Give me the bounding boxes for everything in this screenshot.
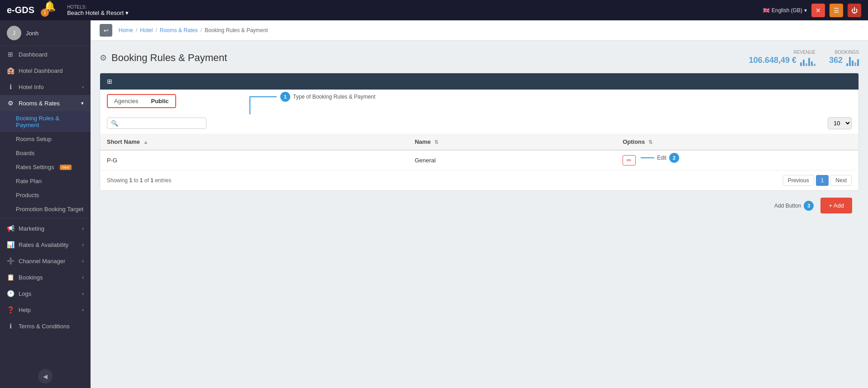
sidebar-item-label: Hotel Dashboard: [19, 67, 63, 74]
avatar: J: [7, 26, 21, 40]
search-input[interactable]: [121, 120, 202, 127]
tabs-outlined: Agencies Public: [107, 94, 176, 108]
topnav-right: 🇬🇧 English (GB) ▾ ✕ ☰ ⏻: [763, 4, 861, 17]
language-selector[interactable]: 🇬🇧 English (GB) ▾: [763, 7, 807, 14]
table-controls: 🔍 10 25 50: [100, 113, 858, 134]
page-stats: REVENUE 106.648,49 €: [749, 50, 859, 66]
sidebar-item-marketing[interactable]: 📢 Marketing ‹: [0, 220, 91, 237]
table-icon: ⊞: [107, 78, 112, 85]
edit-button[interactable]: ✏: [623, 155, 636, 166]
main-layout: J Jonh ⊞ Dashboard 🏨 Hotel Dashboard ℹ H…: [0, 20, 868, 388]
dashboard-icon: ⊞: [7, 51, 14, 58]
main-card: ⊞ Agencies Public: [100, 73, 859, 191]
top-navigation: e-GDS 🔔 1 HOTELS: Beach Hotel & Resort ▾…: [0, 0, 868, 20]
close-button[interactable]: ✕: [811, 4, 825, 17]
add-button-area: Add Button 3 + Add: [100, 191, 859, 220]
sidebar-sub-products[interactable]: Products: [0, 188, 91, 202]
next-button[interactable]: Next: [830, 175, 852, 186]
chevron-icon: ‹: [82, 307, 84, 312]
page-1-button[interactable]: 1: [816, 175, 829, 186]
sidebar-sub-rate-plan[interactable]: Rate Plan: [0, 174, 91, 188]
cell-short-name: P-G: [100, 150, 408, 170]
search-box[interactable]: 🔍: [107, 118, 206, 129]
hotels-label: HOTELS:: [67, 5, 129, 9]
breadcrumb-home[interactable]: Home: [119, 27, 133, 33]
per-page-select[interactable]: 10 25 50: [828, 117, 852, 129]
menu-button[interactable]: ☰: [830, 4, 843, 17]
breadcrumb-back-button[interactable]: ↩: [100, 24, 112, 37]
tabs-wrapper: Agencies Public: [100, 90, 858, 113]
sidebar-sub-boards[interactable]: Boards: [0, 146, 91, 160]
previous-button[interactable]: Previous: [783, 175, 814, 186]
tab-agencies[interactable]: Agencies: [108, 95, 144, 107]
sidebar-item-logs[interactable]: 🕐 Logs ‹: [0, 285, 91, 302]
sidebar-sub-label: Promotion Booking Target: [16, 206, 83, 213]
sidebar-item-hotel-info[interactable]: ℹ Hotel Info ‹: [0, 79, 91, 95]
showing-text: Showing 1 to 1 of 1 entries: [107, 177, 171, 184]
revenue-label: REVENUE: [749, 50, 815, 55]
sidebar-sub-label: Products: [16, 192, 39, 199]
pagination: Previous 1 Next: [783, 175, 852, 186]
card-header: ⊞: [100, 73, 858, 90]
sidebar-item-bookings[interactable]: 📋 Bookings ‹: [0, 269, 91, 285]
sidebar-item-rates-availability[interactable]: 📊 Rates & Availability ‹: [0, 237, 91, 253]
page-title-section: ⚙ Booking Rules & Payment: [100, 52, 227, 64]
sidebar-collapse-button[interactable]: ◀: [38, 369, 53, 383]
hotel-name: Beach Hotel & Resort ▾: [67, 9, 129, 16]
callout1-annotation: 1 Type of Booking Rules & Payment: [249, 92, 375, 102]
tab-public[interactable]: Public: [144, 95, 175, 107]
power-button[interactable]: ⏻: [848, 4, 861, 17]
sidebar-item-help[interactable]: ❓ Help ‹: [0, 302, 91, 318]
add-button[interactable]: + Add: [820, 198, 852, 213]
channel-icon: ➕: [7, 257, 14, 265]
notification-badge: 1: [41, 9, 49, 17]
breadcrumb-rooms-rates[interactable]: Rooms & Rates: [160, 27, 198, 33]
tabs-container: Agencies Public 1 Type of Booking Rules …: [100, 90, 858, 113]
sidebar-sub-label: Booking Rules & Payment: [16, 115, 84, 128]
callout2-annotation: Edit 2: [641, 153, 679, 163]
sidebar-sub-booking-rules[interactable]: Booking Rules & Payment: [0, 111, 91, 132]
table-footer: Showing 1 to 1 of 1 entries Previous 1 N…: [100, 170, 858, 190]
sidebar-item-label: Dashboard: [19, 51, 48, 58]
username: Jonh: [26, 30, 38, 37]
sidebar-item-label: Hotel Info: [19, 84, 44, 90]
sidebar-item-terms[interactable]: ℹ Terms & Conditions: [0, 318, 91, 334]
bookings-chart: [846, 55, 859, 66]
sidebar-item-rooms-rates[interactable]: ⚙ Rooms & Rates ▾: [0, 95, 91, 111]
breadcrumb-hotel[interactable]: Hotel: [140, 27, 153, 33]
col-short-name[interactable]: Short Name ▲: [100, 134, 408, 150]
table-row: P-G General ✏ Edit 2: [100, 150, 858, 170]
sidebar-item-label: Bookings: [19, 274, 43, 281]
sidebar-sub-label: Boards: [16, 150, 34, 156]
sidebar-sub-rooms-setup[interactable]: Rooms Setup: [0, 132, 91, 146]
sidebar-bottom: ◀: [0, 364, 91, 388]
sidebar-item-label: Marketing: [19, 225, 44, 232]
new-badge: new: [60, 165, 72, 170]
rates-icon: 📊: [7, 241, 14, 248]
sidebar: J Jonh ⊞ Dashboard 🏨 Hotel Dashboard ℹ H…: [0, 20, 91, 388]
chevron-icon: ‹: [82, 258, 84, 264]
sidebar-sub-label: Rate Plan: [16, 178, 42, 185]
search-icon: 🔍: [111, 120, 118, 127]
data-table: Short Name ▲ Name ⇅ Options ⇅: [100, 134, 858, 170]
sidebar-sub-rates-settings[interactable]: Rates Settings new: [0, 160, 91, 174]
col-name[interactable]: Name ⇅: [408, 134, 616, 150]
bookings-icon: 📋: [7, 274, 14, 281]
logs-icon: 🕐: [7, 290, 14, 297]
help-icon: ❓: [7, 306, 14, 313]
sidebar-sub-promotion[interactable]: Promotion Booking Target: [0, 202, 91, 216]
sidebar-divider: [0, 218, 91, 218]
sidebar-user: J Jonh: [0, 20, 91, 46]
sidebar-item-channel-manager[interactable]: ➕ Channel Manager ‹: [0, 253, 91, 269]
sidebar-item-label: Rooms & Rates: [19, 100, 60, 107]
bookings-value: 362: [829, 56, 843, 65]
sidebar-item-hotel-dashboard[interactable]: 🏨 Hotel Dashboard: [0, 62, 91, 79]
app-logo: e-GDS: [7, 5, 34, 15]
bookings-stat: BOOKINGS 362: [829, 50, 859, 66]
sidebar-item-dashboard[interactable]: ⊞ Dashboard: [0, 46, 91, 62]
hotel-selector[interactable]: HOTELS: Beach Hotel & Resort ▾: [67, 5, 129, 16]
chevron-icon: ‹: [82, 291, 84, 296]
sidebar-item-label: Channel Manager: [19, 258, 65, 265]
callout-2-label: Edit: [657, 155, 667, 161]
chevron-down-icon: ▾: [81, 100, 84, 106]
